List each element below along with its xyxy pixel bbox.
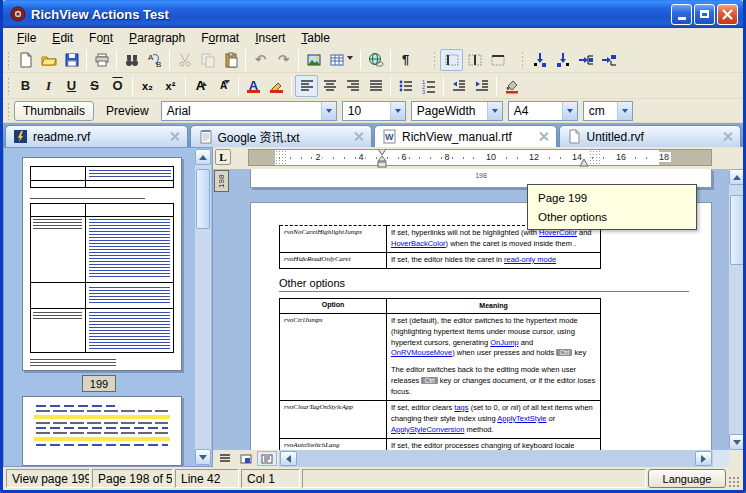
preview-button[interactable]: Preview xyxy=(98,101,157,121)
menu-insert[interactable]: Insert xyxy=(247,29,293,47)
tab-untitled-rvf[interactable]: Untitled.rvf xyxy=(559,125,742,147)
paper-size-combo[interactable]: A4 xyxy=(508,101,578,121)
zoom-combo[interactable]: PageWidth xyxy=(411,101,503,121)
document-content[interactable]: rvoNoCaretHighlightJumps If set, hyperli… xyxy=(279,225,693,450)
strikethrough-button[interactable]: S xyxy=(83,75,106,97)
bullets-button[interactable] xyxy=(394,75,417,97)
page-layout-button[interactable] xyxy=(257,451,277,466)
font-color-button[interactable]: A xyxy=(242,75,265,97)
toolbar-grip[interactable] xyxy=(5,51,12,69)
new-document-button[interactable] xyxy=(14,49,37,71)
thumbnail-page-199[interactable] xyxy=(22,157,182,371)
indent-marker[interactable] xyxy=(377,149,387,168)
print-button[interactable] xyxy=(90,49,113,71)
toolbar-grip[interactable] xyxy=(519,51,526,69)
superscript-button[interactable]: x² xyxy=(159,75,182,97)
align-center-button[interactable] xyxy=(318,75,341,97)
scroll-down-button[interactable] xyxy=(729,434,745,450)
find-button[interactable] xyxy=(120,49,143,71)
footnote-button[interactable] xyxy=(528,49,551,71)
show-formatting-marks-button[interactable]: ¶ xyxy=(394,49,417,71)
border-left-button[interactable] xyxy=(440,49,463,71)
tab-richview-manual-rtf[interactable]: W RichView_manual.rtf xyxy=(374,125,557,147)
units-combo[interactable]: cm xyxy=(583,101,633,121)
border-center-button[interactable] xyxy=(463,49,486,71)
toolbar-grip[interactable] xyxy=(431,51,438,69)
thumbnails-scrollbar[interactable] xyxy=(195,149,211,465)
text-highlight-button[interactable] xyxy=(265,75,288,97)
open-document-button[interactable] xyxy=(37,49,60,71)
scrollbar-thumb[interactable] xyxy=(730,195,744,265)
web-layout-button[interactable] xyxy=(236,451,256,466)
maximize-button[interactable] xyxy=(694,4,715,25)
scroll-left-button[interactable] xyxy=(280,451,297,466)
subscript-button[interactable]: x₂ xyxy=(136,75,159,97)
language-button[interactable]: Language xyxy=(648,469,726,488)
font-name-combo[interactable]: Arial xyxy=(161,101,337,121)
menu-paragraph[interactable]: Paragraph xyxy=(121,29,193,47)
justify-button[interactable] xyxy=(364,75,387,97)
overline-button[interactable]: O xyxy=(106,75,129,97)
scroll-up-button[interactable] xyxy=(195,149,211,165)
insert-picture-button[interactable] xyxy=(302,49,325,71)
menu-format[interactable]: Format xyxy=(193,29,247,47)
decrease-indent-button[interactable] xyxy=(447,75,470,97)
save-button[interactable] xyxy=(60,49,83,71)
fill-color-button[interactable] xyxy=(500,75,523,97)
numbering-button[interactable]: 123 xyxy=(417,75,440,97)
insert-hyperlink-button[interactable] xyxy=(364,49,387,71)
textbox-button[interactable] xyxy=(597,49,620,71)
thumbnail-page-200[interactable] xyxy=(22,396,182,466)
dropdown-arrow-icon[interactable] xyxy=(562,102,577,120)
scroll-down-button[interactable] xyxy=(195,449,211,465)
menu-table[interactable]: Table xyxy=(293,29,338,47)
paste-button[interactable] xyxy=(219,49,242,71)
border-top-button[interactable] xyxy=(486,49,509,71)
minimize-button[interactable] xyxy=(671,4,692,25)
right-indent-marker[interactable] xyxy=(579,158,589,167)
status-empty xyxy=(302,469,646,488)
dropdown-arrow-icon[interactable] xyxy=(390,102,405,120)
tab-close-icon[interactable] xyxy=(169,131,180,142)
page-199[interactable]: rvoNoCaretHighlightJumps If set, hyperli… xyxy=(250,202,712,450)
scroll-up-button[interactable] xyxy=(729,169,745,185)
tab-stop-type-button[interactable]: L xyxy=(215,149,231,165)
dropdown-arrow-icon[interactable] xyxy=(487,102,502,120)
toolbar-grip[interactable] xyxy=(5,102,12,120)
scrollbar-thumb[interactable] xyxy=(196,169,210,229)
italic-button[interactable]: I xyxy=(37,75,60,97)
sidenote-button[interactable] xyxy=(574,49,597,71)
insert-table-button[interactable] xyxy=(325,49,357,71)
close-button[interactable] xyxy=(717,4,738,25)
page-footer-number: 198 xyxy=(251,172,711,179)
menu-file[interactable]: File xyxy=(9,29,44,47)
align-right-button[interactable] xyxy=(341,75,364,97)
tab-close-icon[interactable] xyxy=(722,131,733,142)
bold-button[interactable]: B xyxy=(14,75,37,97)
menu-edit[interactable]: Edit xyxy=(44,29,81,47)
tab-google-txt[interactable]: Google 资讯.txt xyxy=(190,125,373,147)
normal-view-button[interactable] xyxy=(215,451,235,466)
title-bar[interactable]: RichView Actions Test xyxy=(0,0,746,28)
horizontal-ruler[interactable]: 2 4 6 8 10 12 14 16 18 xyxy=(248,149,712,166)
align-left-button[interactable] xyxy=(295,75,318,97)
menu-font[interactable]: Font xyxy=(81,29,121,47)
tab-readme-rvf[interactable]: readme.rvf xyxy=(5,125,188,147)
underline-button[interactable]: U xyxy=(60,75,83,97)
thumbnails-toggle-button[interactable]: Thumbnails xyxy=(14,101,94,121)
increase-indent-button[interactable] xyxy=(470,75,493,97)
grow-font-button[interactable]: A xyxy=(189,75,212,97)
resize-grip[interactable] xyxy=(728,476,740,488)
dropdown-arrow-icon[interactable] xyxy=(321,102,336,120)
replace-button[interactable]: AB xyxy=(143,49,166,71)
tab-close-icon[interactable] xyxy=(353,131,364,142)
endnote-button[interactable] xyxy=(551,49,574,71)
horizontal-scrollbar[interactable] xyxy=(279,450,713,467)
scroll-right-button[interactable] xyxy=(695,451,712,466)
font-size-combo[interactable]: 10 xyxy=(342,101,406,121)
editor-vertical-scrollbar[interactable] xyxy=(729,169,745,450)
tab-close-icon[interactable] xyxy=(538,131,549,142)
shrink-font-button[interactable]: A xyxy=(212,75,235,97)
dropdown-arrow-icon[interactable] xyxy=(617,102,632,120)
toolbar-grip[interactable] xyxy=(5,77,12,95)
